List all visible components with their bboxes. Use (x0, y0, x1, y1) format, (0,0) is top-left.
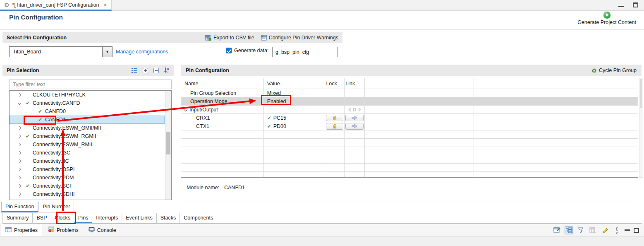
chevron-right-icon[interactable] (18, 151, 21, 154)
tab-pin-number[interactable]: Pin Number (38, 202, 74, 212)
chevron-right-icon[interactable] (18, 143, 21, 146)
pin-selection-header: Pin Selection az (2, 65, 174, 76)
editor-tab-fsp-configuration[interactable]: ⚙ *[Titan_driver_can] FSP Configuration … (0, 0, 112, 11)
maximize-icon[interactable] (633, 2, 638, 7)
expand-all-icon[interactable] (142, 68, 148, 74)
dock-tab-console[interactable]: Console (84, 224, 121, 236)
link-arrow-button[interactable] (345, 123, 364, 130)
module-name-value: CANFD1 (224, 185, 245, 191)
row-value[interactable]: PD00 (273, 123, 286, 129)
tree-scrollbar[interactable] (165, 91, 171, 200)
row-value[interactable]: Enabled (267, 99, 286, 104)
tree-item-connectivity-canfd[interactable]: ✔Connectivity:CANFD (10, 99, 165, 107)
link-with-selection-icon[interactable] (565, 226, 573, 234)
row-value[interactable]: Mixed (267, 90, 281, 96)
cycle-io-icon (349, 108, 360, 111)
cycle-pin-group-button[interactable]: ♻ Cycle Pin Group (591, 68, 637, 74)
column-header-lock[interactable]: Lock (325, 78, 345, 89)
table-scrollbar[interactable] (639, 78, 643, 178)
tree-item-canfd1[interactable]: ✔CANFD1 (10, 116, 165, 124)
tree-item-connectivity-ospi[interactable]: Connectivity:OSPI (10, 165, 165, 174)
tab-event-links[interactable]: Event Links (122, 213, 157, 223)
tab-summary[interactable]: Summary (2, 213, 33, 223)
cycle-pin-group-label: Cycle Pin Group (599, 68, 637, 73)
link-arrow-button[interactable] (345, 115, 364, 121)
chevron-right-icon[interactable] (18, 159, 21, 163)
recycle-icon: ♻ (591, 68, 597, 74)
table-row-ctx1[interactable]: CTX1✔PD00 (181, 122, 638, 130)
dock-tab-label: Console (97, 227, 116, 233)
pen-icon[interactable] (601, 226, 609, 234)
column-header-link[interactable]: Link (345, 78, 365, 89)
restore-table-icon[interactable] (589, 226, 597, 234)
tree-item-connectivity-eswm-rmii[interactable]: Connectivity:ESWM_RMII (10, 140, 165, 149)
chevron-down-icon[interactable] (184, 108, 187, 111)
export-to-csv-button[interactable]: Export to CSV file (205, 35, 254, 41)
tree-item-label: Connectivity:ESWM_GMII/MII (33, 125, 101, 131)
tab-pin-function[interactable]: Pin Function (1, 202, 38, 212)
lock-button[interactable] (326, 115, 343, 121)
close-icon[interactable]: × (103, 2, 107, 8)
dock-tab-problems[interactable]: Problems (43, 224, 84, 236)
tree-item-connectivity-i3c[interactable]: Connectivity:I3C (10, 149, 165, 157)
chevron-right-icon[interactable] (18, 135, 21, 138)
chevron-down-icon[interactable] (18, 101, 21, 105)
filter-input[interactable] (9, 80, 172, 89)
tab-interrupts[interactable]: Interrupts (92, 213, 122, 223)
tab-clocks[interactable]: Clocks (51, 213, 75, 223)
lock-button[interactable] (326, 123, 343, 130)
tree-scrollbar-thumb[interactable] (166, 132, 170, 154)
tab-stacks[interactable]: Stacks (157, 213, 180, 223)
tree-item-connectivity-eswm-gmii-mii[interactable]: Connectivity:ESWM_GMII/MII (10, 124, 165, 132)
tree-item-connectivity-iic[interactable]: Connectivity:IIC (10, 157, 165, 165)
chevron-right-icon[interactable] (18, 184, 21, 188)
configuration-select[interactable]: Titan_Board ▼ (9, 46, 113, 57)
list-view-icon[interactable] (131, 68, 138, 73)
configure-pin-driver-warnings-button[interactable]: Configure Pin Driver Warnings (261, 35, 338, 41)
tree-item-connectivity-sci[interactable]: ✔Connectivity:SCI (10, 182, 165, 190)
row-value[interactable]: PC15 (273, 115, 286, 121)
unlock-icon (332, 124, 337, 129)
table-row-crx1[interactable]: CRX1✔PC15 (181, 114, 638, 122)
column-header-name[interactable]: Name (181, 78, 264, 89)
check-icon: ✔ (26, 101, 30, 106)
table-row-empty (181, 164, 638, 172)
pin-editor-icon[interactable] (553, 226, 561, 234)
chevron-right-icon[interactable] (18, 193, 21, 196)
generate-data-input[interactable] (272, 47, 338, 57)
table-row-operation-mode[interactable]: Operation ModeEnabled (181, 97, 638, 106)
manage-configurations-link[interactable]: Manage configurations... (116, 49, 172, 55)
tree-item-connectivity-sdhi[interactable]: Connectivity:SDHI (10, 190, 165, 198)
dock-minimize-icon[interactable] (625, 229, 630, 231)
chevron-right-icon[interactable] (18, 126, 21, 130)
tab-components[interactable]: Components (180, 213, 217, 223)
generate-data-checkbox[interactable] (226, 48, 232, 53)
column-header-value[interactable]: Value (264, 78, 326, 89)
collapse-all-icon[interactable] (153, 68, 159, 74)
dock-tab-label: Properties (14, 227, 38, 233)
table-row-input-output[interactable]: Input/Output (181, 106, 638, 114)
problems-icon (48, 227, 54, 234)
table-row-pin-group-selection[interactable]: Pin Group SelectionMixed (181, 89, 638, 97)
tree-item-clkout-ethphyclk[interactable]: CLKOUT:ETHPHYCLK (10, 91, 165, 99)
dock-maximize-icon[interactable] (634, 228, 639, 233)
chevron-right-icon[interactable] (18, 176, 21, 179)
check-icon: ✔ (267, 115, 271, 121)
filter-icon[interactable] (577, 226, 585, 234)
tab-pins[interactable]: Pins (74, 213, 92, 223)
tree-item-canfd0[interactable]: ✔CANFD0 (10, 107, 165, 116)
module-name-box: Module name: CANFD1 (181, 180, 638, 202)
tree-item-connectivity-eswm-rgmii[interactable]: ✔Connectivity:ESWM_RGMII (10, 132, 165, 140)
chevron-down-icon[interactable]: ▼ (102, 47, 112, 57)
tree-item-connectivity-pdm[interactable]: Connectivity:PDM (10, 174, 165, 182)
table-scrollbar-thumb[interactable] (640, 79, 642, 108)
sort-az-icon[interactable]: az (164, 67, 170, 74)
chevron-right-icon[interactable] (18, 168, 21, 171)
chevron-right-icon[interactable] (18, 93, 21, 96)
dock-tab-properties[interactable]: Properties (0, 224, 43, 236)
view-menu-icon[interactable] (613, 226, 621, 234)
generate-project-content-button[interactable]: Generate Project Content (574, 12, 640, 25)
tab-bsp[interactable]: BSP (33, 213, 51, 223)
minimize-icon[interactable] (618, 6, 624, 7)
pin-selection-title: Pin Selection (7, 68, 39, 73)
